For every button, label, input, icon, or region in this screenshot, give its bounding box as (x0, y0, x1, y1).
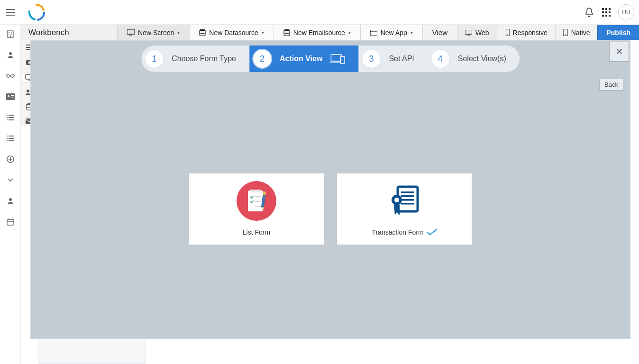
back-label: Back (604, 81, 618, 88)
card-transaction-form[interactable]: Transaction Form (337, 173, 472, 245)
svg-rect-33 (127, 29, 135, 34)
user-avatar[interactable]: UU (618, 4, 634, 20)
svg-rect-15 (9, 34, 9, 35)
rail-handshake-icon[interactable] (5, 71, 16, 81)
bell-icon (585, 8, 593, 17)
svg-rect-6 (602, 11, 604, 13)
new-screen-label: New Screen (138, 29, 174, 36)
step-label: Choose Form Type (172, 55, 236, 63)
tab-web[interactable]: Web (457, 25, 497, 40)
tab-responsive-label: Responsive (513, 29, 548, 36)
apps-grid-icon (602, 8, 611, 17)
step-number: 1 (145, 50, 163, 68)
svg-rect-49 (255, 206, 261, 207)
left-rail (0, 25, 21, 364)
rail-list-icon[interactable] (5, 113, 16, 122)
svg-point-41 (565, 35, 566, 36)
svg-rect-10 (605, 15, 607, 17)
avatar-initials: UU (622, 9, 630, 16)
svg-rect-9 (602, 15, 604, 17)
new-datasource-label: New Datasource (209, 29, 258, 36)
new-app-label: New App (381, 29, 407, 36)
svg-rect-57 (401, 203, 414, 205)
new-datasource-button[interactable]: New Datasource ▾ (190, 25, 274, 40)
card-list-form[interactable]: List Form (189, 173, 324, 245)
svg-rect-48 (255, 201, 261, 202)
rail-contact-card-icon[interactable] (5, 92, 16, 101)
rail-building-icon[interactable] (5, 29, 16, 39)
svg-rect-8 (609, 11, 611, 13)
tab-native[interactable]: Native (555, 25, 598, 40)
step-1-choose-form-type[interactable]: 1 Choose Form Type (141, 46, 249, 72)
svg-rect-42 (331, 55, 341, 61)
svg-rect-56 (401, 199, 414, 201)
back-button[interactable]: Back (599, 79, 623, 91)
step-label: Action View (280, 55, 322, 63)
svg-rect-4 (605, 8, 607, 10)
caret-down-icon: ▾ (262, 30, 264, 35)
bottom-panel (38, 340, 146, 364)
topbar-right: UU (584, 4, 634, 20)
form-type-cards: List Form Transaction Form (189, 173, 472, 245)
new-emailsource-button[interactable]: New Emailsource ▾ (274, 25, 361, 40)
svg-point-20 (8, 95, 9, 97)
svg-point-39 (507, 35, 508, 36)
window-icon (370, 30, 377, 36)
app-logo (27, 3, 46, 21)
notifications-button[interactable] (584, 7, 594, 18)
close-button[interactable]: ✕ (609, 42, 629, 62)
rail-chevron-down-icon[interactable] (5, 175, 16, 185)
svg-rect-25 (7, 219, 14, 225)
svg-point-18 (9, 52, 12, 55)
monitor-icon (465, 30, 472, 36)
svg-rect-47 (255, 196, 261, 197)
svg-rect-3 (602, 8, 604, 10)
apps-grid-button[interactable] (601, 7, 612, 18)
checkmark-icon (427, 229, 437, 236)
new-app-button[interactable]: New App ▾ (361, 25, 423, 40)
wizard-canvas: 1 Choose Form Type 2 Action View 3 Set A… (30, 40, 630, 339)
rail-user-icon[interactable] (5, 50, 16, 60)
svg-rect-5 (609, 8, 611, 10)
step-number: 3 (362, 50, 380, 68)
tab-web-label: Web (475, 29, 489, 36)
caret-down-icon: ▾ (348, 30, 351, 35)
new-emailsource-label: New Emailsource (293, 29, 345, 36)
rail-plus-circle-icon[interactable] (5, 155, 16, 164)
topbar: UU (0, 0, 639, 25)
step-label: Set API (389, 55, 414, 63)
svg-rect-17 (10, 36, 11, 37)
step-number: 4 (431, 50, 449, 68)
svg-rect-36 (370, 30, 377, 36)
step-2-action-view[interactable]: 2 Action View (249, 46, 358, 72)
svg-point-59 (394, 198, 399, 202)
topbar-left (0, 0, 46, 25)
publish-button[interactable]: Publish (597, 25, 639, 40)
close-icon: ✕ (616, 46, 623, 57)
step-3-set-api[interactable]: 3 Set API (358, 46, 427, 72)
svg-point-24 (9, 198, 12, 201)
devices-icon (329, 54, 345, 64)
rail-list2-icon[interactable] (5, 134, 16, 143)
svg-rect-11 (609, 15, 611, 17)
wizard-stepper: 1 Choose Form Type 2 Action View 3 Set A… (141, 46, 520, 72)
svg-rect-7 (605, 11, 607, 13)
hamburger-menu-button[interactable] (0, 0, 21, 25)
tab-responsive[interactable]: Responsive (497, 25, 555, 40)
svg-point-0 (36, 3, 37, 5)
svg-rect-13 (9, 32, 9, 33)
svg-rect-43 (340, 56, 345, 64)
caret-down-icon: ▾ (411, 30, 413, 35)
step-4-select-views[interactable]: 4 Select View(s) (428, 46, 520, 72)
new-screen-button[interactable]: New Screen ▾ (118, 25, 190, 40)
rail-calendar-icon[interactable] (5, 217, 16, 227)
svg-point-34 (200, 29, 205, 31)
svg-rect-22 (11, 97, 14, 98)
workbench-title: Workbench (21, 25, 118, 40)
view-label: View (423, 25, 457, 40)
svg-rect-55 (401, 195, 414, 197)
svg-rect-21 (11, 95, 14, 96)
list-form-icon (236, 180, 277, 222)
svg-rect-14 (11, 32, 12, 33)
rail-user2-icon[interactable] (5, 196, 16, 206)
